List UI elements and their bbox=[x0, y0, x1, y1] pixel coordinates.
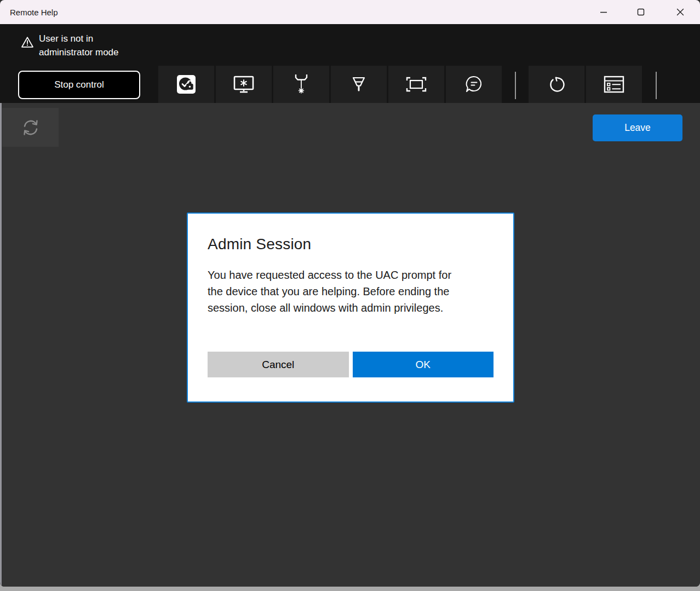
maximize-button[interactable] bbox=[628, 0, 653, 24]
sync-button[interactable] bbox=[2, 108, 59, 147]
toolbar-button-session-details[interactable] bbox=[586, 66, 642, 103]
cancel-button[interactable]: Cancel bbox=[208, 352, 349, 377]
warning-text-line1: User is not in bbox=[39, 32, 119, 46]
warning-text: User is not in administrator mode bbox=[39, 32, 119, 59]
warning-icon bbox=[21, 36, 34, 48]
toolbar-button-chat[interactable] bbox=[446, 66, 502, 103]
titlebar: Remote Help bbox=[0, 0, 700, 24]
restart-icon bbox=[547, 75, 566, 94]
toolbar-button-uac-admin[interactable] bbox=[158, 66, 214, 103]
toolbar-button-laser-pointer[interactable] bbox=[273, 66, 329, 103]
sync-icon bbox=[20, 118, 41, 137]
minimize-button[interactable] bbox=[591, 0, 616, 24]
pen-icon bbox=[349, 76, 369, 93]
laser-pointer-icon bbox=[292, 73, 311, 96]
window-title: Remote Help bbox=[10, 0, 58, 24]
toolbar-banner: User is not in administrator mode Stop c… bbox=[0, 24, 700, 103]
close-icon bbox=[676, 8, 684, 16]
toolbar-button-pen[interactable] bbox=[331, 66, 387, 103]
dialog-title: Admin Session bbox=[208, 236, 494, 253]
dialog-button-row: Cancel OK bbox=[208, 352, 494, 377]
dialog-body: You have requested access to the UAC pro… bbox=[208, 267, 469, 316]
actual-size-icon bbox=[405, 76, 427, 93]
maximize-icon bbox=[637, 8, 645, 16]
close-button[interactable] bbox=[668, 0, 693, 24]
minimize-icon bbox=[600, 8, 607, 16]
toolbar-button-restart[interactable] bbox=[529, 66, 584, 103]
session-details-icon bbox=[604, 76, 624, 93]
toolbar-divider bbox=[656, 72, 657, 99]
toolbar-button-actual-size[interactable] bbox=[388, 66, 444, 103]
monitor-asterisk-icon bbox=[233, 76, 254, 93]
ok-button[interactable]: OK bbox=[353, 352, 494, 377]
leave-button[interactable]: Leave bbox=[593, 114, 682, 141]
toolbar-divider bbox=[515, 72, 516, 99]
stop-control-button[interactable]: Stop control bbox=[18, 71, 140, 99]
toolbar-button-monitor-password[interactable] bbox=[216, 66, 272, 103]
remote-screen-edge bbox=[0, 103, 2, 587]
session-viewport: Leave Admin Session You have requested a… bbox=[0, 103, 700, 587]
warning-text-line2: administrator mode bbox=[39, 46, 119, 60]
remote-help-window: Remote Help User is not in bbox=[0, 0, 700, 587]
warning-message: User is not in administrator mode bbox=[21, 32, 119, 59]
uac-admin-icon bbox=[177, 75, 196, 94]
admin-session-dialog: Admin Session You have requested access … bbox=[187, 213, 514, 403]
chat-icon bbox=[464, 75, 483, 94]
